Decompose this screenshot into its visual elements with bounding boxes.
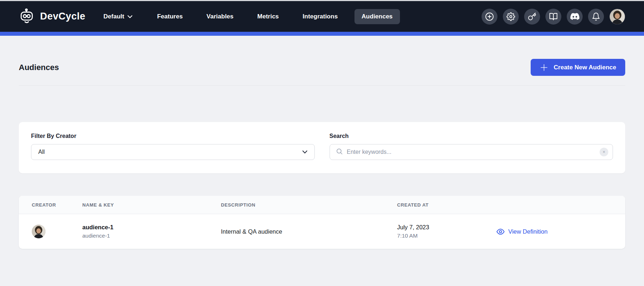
column-header-description: Description <box>221 202 397 208</box>
bell-icon <box>592 12 600 21</box>
creator-avatar <box>32 225 45 238</box>
column-header-created-at: Created At <box>397 202 496 208</box>
eye-icon <box>496 228 505 236</box>
filter-panel: Filter By Creator All Search × <box>19 122 625 173</box>
creator-filter-label: Filter By Creator <box>31 133 315 139</box>
column-header-creator: Creator <box>32 202 82 208</box>
nav-item-audiences[interactable]: Audiences <box>354 9 400 24</box>
nav-item-features[interactable]: Features <box>150 9 190 24</box>
audience-description: Internal & QA audience <box>221 228 397 235</box>
audience-name: audience-1 <box>82 224 221 231</box>
create-new-audience-button[interactable]: Create New Audience <box>531 59 625 76</box>
created-date: July 7, 2023 <box>397 224 496 231</box>
add-circle-button[interactable] <box>482 9 497 25</box>
top-navbar: DevCycle Default Features Variables Metr… <box>0 1 644 32</box>
view-definition-link[interactable]: View Definition <box>496 228 625 236</box>
user-avatar[interactable] <box>609 9 625 25</box>
search-group: Search × <box>330 133 613 160</box>
project-selector-dropdown[interactable]: Default <box>104 13 133 20</box>
nav-item-variables[interactable]: Variables <box>199 9 241 24</box>
search-box: × <box>330 144 613 160</box>
clear-search-button[interactable]: × <box>600 148 608 156</box>
plus-icon <box>540 63 548 72</box>
nav-item-metrics[interactable]: Metrics <box>250 9 286 24</box>
chevron-down-icon <box>302 149 308 155</box>
robot-logo-icon <box>19 8 35 25</box>
key-icon <box>528 12 536 21</box>
project-selector-label: Default <box>104 13 125 20</box>
settings-button[interactable] <box>503 9 519 25</box>
main-nav: Features Variables Metrics Integrations … <box>150 9 400 24</box>
search-icon <box>336 148 343 156</box>
accent-bar <box>0 32 644 36</box>
devcycle-logo[interactable]: DevCycle <box>19 8 86 25</box>
audience-key: audience-1 <box>82 233 221 239</box>
creator-filter-select[interactable]: All <box>31 144 315 160</box>
notifications-button[interactable] <box>588 9 604 25</box>
nav-item-integrations[interactable]: Integrations <box>295 9 345 24</box>
gear-icon <box>506 12 515 21</box>
create-button-label: Create New Audience <box>554 64 616 71</box>
view-definition-label: View Definition <box>508 228 548 235</box>
chevron-down-icon <box>127 13 132 20</box>
plus-circle-icon <box>485 12 494 21</box>
creator-filter-value: All <box>38 149 45 155</box>
created-time: 7:10 AM <box>397 233 496 239</box>
logo-wordmark: DevCycle <box>40 11 86 22</box>
search-input[interactable] <box>347 149 596 155</box>
audiences-table: Creator Name & Key Description Created A… <box>19 196 625 249</box>
column-header-name-key: Name & Key <box>82 202 221 208</box>
table-header-row: Creator Name & Key Description Created A… <box>19 196 625 214</box>
api-keys-button[interactable] <box>524 9 540 25</box>
search-label: Search <box>330 133 613 139</box>
discord-button[interactable] <box>567 9 583 25</box>
page-title: Audiences <box>19 63 59 72</box>
page-header: Audiences Create New Audience <box>19 36 625 86</box>
docs-button[interactable] <box>545 9 561 25</box>
discord-icon <box>570 12 579 21</box>
creator-filter-group: Filter By Creator All <box>31 133 315 160</box>
table-row: audience-1 audience-1 Internal & QA audi… <box>19 214 625 249</box>
navbar-actions <box>482 9 625 25</box>
book-open-icon <box>549 12 558 21</box>
